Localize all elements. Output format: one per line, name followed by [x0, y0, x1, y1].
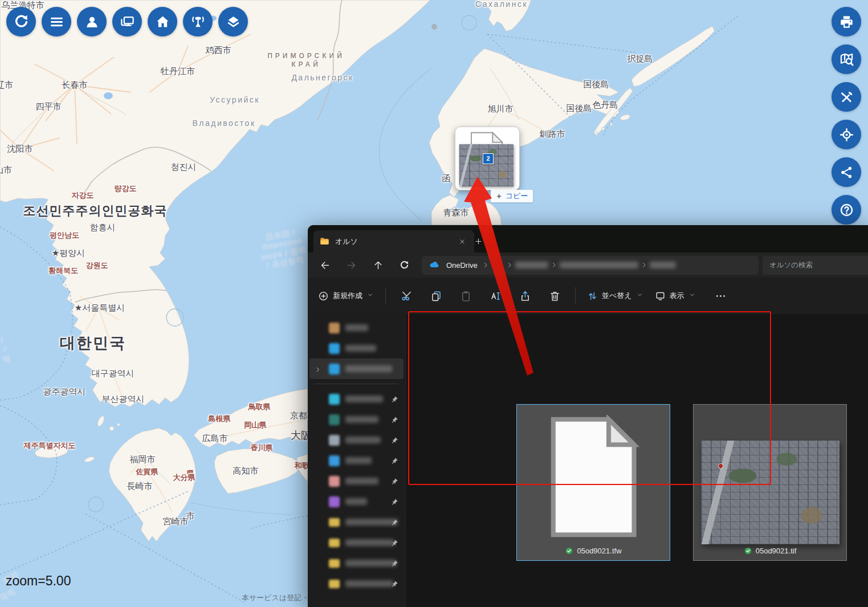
new-tab-button[interactable] — [471, 235, 486, 250]
breadcrumb-overflow[interactable]: … — [491, 260, 504, 270]
sidebar-item-redacted-8[interactable] — [309, 471, 404, 491]
chevron-down-icon — [636, 291, 643, 300]
share-icon — [839, 165, 854, 180]
search-input[interactable]: オルソの検索 — [763, 256, 868, 275]
new-button[interactable]: 新規作成 — [312, 286, 380, 306]
sort-button[interactable]: 並べ替え — [581, 286, 649, 306]
command-bar: 新規作成 並べ替え 表示 — [308, 278, 868, 315]
layers-button[interactable] — [218, 7, 248, 36]
sort-button-label: 並べ替え — [602, 291, 632, 301]
gnss-antenna-icon — [190, 14, 206, 30]
screen: 乌兰浩特市鸡西市牡丹江市长春市辽市四平市沈阳市山市СахалинскПРИМОР… — [0, 0, 868, 607]
forward-button[interactable] — [342, 256, 360, 274]
pin-icon — [390, 539, 399, 547]
file-tile-tif[interactable]: 05od9021.tif — [693, 404, 847, 561]
breadcrumb-segment-redacted[interactable] — [560, 262, 638, 268]
delete-button[interactable] — [542, 285, 567, 307]
pin-icon — [390, 518, 399, 527]
share-button[interactable] — [832, 157, 861, 187]
sidebar-item-redacted-6[interactable] — [309, 430, 404, 450]
folder-icon — [329, 580, 340, 588]
home-button[interactable] — [148, 7, 177, 36]
up-button[interactable] — [369, 256, 387, 274]
rename-button[interactable] — [483, 285, 508, 307]
sidebar-item-redacted-10[interactable] — [309, 512, 404, 532]
tab-close-button[interactable] — [456, 235, 468, 248]
aerial-thumbnail — [701, 441, 840, 544]
drag-count-badge: 2 — [483, 153, 494, 164]
location-icon — [329, 414, 340, 425]
location-icon — [329, 323, 340, 333]
user-button[interactable] — [77, 7, 107, 36]
tab-orso[interactable]: オルソ — [313, 230, 474, 252]
file-tile-tfw[interactable]: 05od9021.tfw — [516, 404, 670, 561]
screen-share-icon — [120, 14, 135, 30]
breadcrumb-segment-redacted[interactable] — [650, 262, 676, 268]
sidebar-item-label-redacted — [345, 396, 383, 402]
sidebar-item-redacted-5[interactable] — [309, 409, 404, 430]
copy-icon — [430, 290, 442, 302]
back-button[interactable] — [316, 256, 334, 274]
location-icon — [329, 435, 340, 446]
copy-button[interactable] — [423, 285, 449, 307]
sidebar-item-label-redacted — [345, 324, 368, 331]
screen-share-button[interactable] — [112, 7, 142, 36]
gnss-antenna-button[interactable] — [183, 7, 213, 36]
sidebar-item-redacted-2[interactable] — [309, 359, 404, 379]
view-button[interactable]: 表示 — [649, 286, 702, 306]
refresh-button[interactable] — [6, 7, 36, 36]
sidebar-item-label-redacted — [345, 478, 378, 484]
help-icon — [839, 202, 854, 218]
location-icon — [329, 455, 340, 466]
files-pane[interactable]: 05od9021.tfw 05od9021.tif — [406, 314, 868, 607]
tab-strip: オルソ — [308, 225, 868, 252]
sidebar-item-redacted-12[interactable] — [309, 553, 404, 573]
sidebar-item-redacted-4[interactable] — [309, 389, 404, 409]
toolbar-divider — [385, 287, 386, 304]
sidebar-divider — [315, 384, 398, 384]
pin-icon — [390, 415, 399, 424]
refresh-button[interactable] — [395, 256, 413, 274]
sidebar-item-label-redacted — [345, 498, 367, 505]
location-icon — [329, 476, 340, 487]
breadcrumb-segment-redacted[interactable] — [515, 262, 548, 268]
drop-copy-hint: ＋ コピー — [491, 190, 533, 202]
paste-button[interactable] — [453, 285, 478, 307]
sidebar — [308, 314, 406, 607]
help-button[interactable] — [832, 195, 861, 225]
location-icon — [329, 364, 340, 374]
tools-button[interactable] — [832, 82, 861, 112]
sidebar-item-redacted-11[interactable] — [309, 532, 404, 553]
menu-button[interactable] — [42, 7, 71, 36]
share-out-button[interactable] — [512, 285, 537, 307]
sidebar-item-redacted-13[interactable] — [309, 573, 404, 594]
sidebar-item-label-redacted — [345, 457, 372, 464]
chevron-right-icon — [482, 261, 490, 269]
sidebar-item-redacted-7[interactable] — [309, 450, 404, 471]
tools-icon — [839, 89, 854, 105]
sidebar-item-redacted-1[interactable] — [309, 338, 404, 359]
locate-button[interactable] — [832, 120, 861, 149]
refresh-icon — [14, 14, 29, 30]
sync-check-icon — [744, 547, 752, 555]
sidebar-item-redacted-0[interactable] — [309, 317, 404, 338]
sidebar-item-label-redacted — [345, 365, 392, 372]
breadcrumb-onedrive[interactable]: OneDrive — [444, 260, 480, 271]
more-icon — [715, 290, 727, 302]
folder-icon — [329, 539, 340, 547]
navigation-bar: OneDrive … オルソの検索 — [308, 252, 868, 278]
drag-preview: 2 — [455, 127, 520, 190]
layers-icon — [226, 14, 241, 30]
sidebar-item-redacted-9[interactable] — [309, 491, 404, 512]
print-button[interactable] — [832, 7, 861, 36]
more-button[interactable] — [708, 285, 733, 307]
tab-title: オルソ — [335, 237, 456, 247]
sidebar-item-label-redacted — [345, 416, 378, 423]
pin-icon — [390, 580, 399, 588]
view-icon — [655, 291, 666, 302]
breadcrumb: OneDrive … — [422, 256, 759, 275]
cut-button[interactable] — [394, 285, 419, 307]
forward-icon — [346, 260, 357, 271]
chevron-right-icon[interactable] — [314, 365, 321, 373]
map-search-button[interactable] — [832, 44, 861, 74]
